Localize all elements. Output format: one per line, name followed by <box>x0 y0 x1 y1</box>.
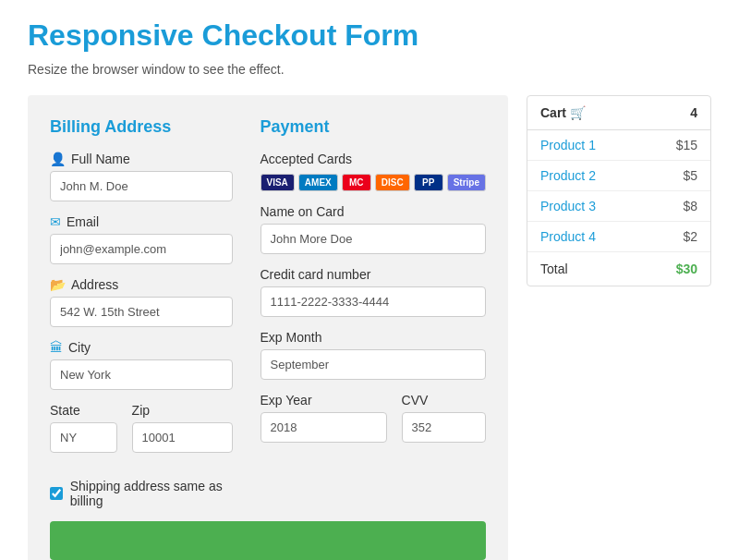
state-group: State <box>50 403 117 453</box>
cart-product-4-price: $2 <box>683 229 697 244</box>
address-icon: 📂 <box>50 277 66 292</box>
address-label: 📂 Address <box>50 277 233 292</box>
page-subtitle: Resize the browser window to see the eff… <box>28 62 711 77</box>
cart-header-label: Cart 🛒 <box>540 105 586 120</box>
exp-year-input[interactable] <box>260 412 387 443</box>
exp-cvv-row: Exp Year CVV <box>260 393 487 456</box>
city-label: 🏛 City <box>50 340 233 355</box>
submit-bar[interactable] <box>50 521 486 560</box>
address-input[interactable] <box>50 297 233 327</box>
cart-header: Cart 🛒 4 <box>527 96 710 130</box>
cart-item-4: Product 4 $2 <box>527 222 710 252</box>
state-input[interactable] <box>50 422 117 453</box>
name-on-card-label: Name on Card <box>260 204 487 219</box>
mastercard-icon: MC <box>342 174 371 191</box>
cart-item-count: 4 <box>690 105 697 120</box>
state-zip-row: State Zip <box>50 403 233 466</box>
person-icon: 👤 <box>50 152 66 166</box>
state-label: State <box>50 403 117 418</box>
main-layout: Billing Address 👤 Full Name ✉ Email <box>28 95 711 560</box>
shipping-checkbox-label: Shipping address same as billing <box>70 479 233 508</box>
cart-total-label: Total <box>540 262 568 276</box>
billing-column: Billing Address 👤 Full Name ✉ Email <box>50 117 233 508</box>
city-input[interactable] <box>50 359 233 390</box>
credit-card-group: Credit card number <box>260 267 487 317</box>
cart-product-3-name[interactable]: Product 3 <box>540 199 596 213</box>
fullname-group: 👤 Full Name <box>50 152 233 201</box>
cart-sidebar: Cart 🛒 4 Product 1 $15 Product 2 $5 Prod… <box>527 95 711 286</box>
email-input[interactable] <box>50 234 233 264</box>
payment-section-title: Payment <box>260 117 487 137</box>
zip-input[interactable] <box>132 422 233 453</box>
cart-product-1-price: $15 <box>676 138 697 152</box>
cvv-input[interactable] <box>402 412 486 443</box>
exp-month-label: Exp Month <box>260 330 487 345</box>
cart-product-4-name[interactable]: Product 4 <box>540 229 596 244</box>
cart-product-1-name[interactable]: Product 1 <box>540 138 596 152</box>
email-icon: ✉ <box>50 214 61 229</box>
cart-item-1: Product 1 $15 <box>527 130 710 161</box>
amex-icon: AMEX <box>298 174 338 191</box>
city-group: 🏛 City <box>50 340 233 390</box>
cvv-label: CVV <box>402 393 486 408</box>
visa-icon: VISA <box>260 174 295 191</box>
name-on-card-input[interactable] <box>260 224 487 254</box>
cart-item-2: Product 2 $5 <box>527 161 710 191</box>
shipping-checkbox[interactable] <box>50 486 63 501</box>
cart-item-3: Product 3 $8 <box>527 191 710 222</box>
payment-column: Payment Accepted Cards VISA AMEX MC DISC… <box>260 117 487 508</box>
cvv-group: CVV <box>402 393 486 443</box>
email-group: ✉ Email <box>50 214 233 264</box>
cart-product-2-name[interactable]: Product 2 <box>540 168 596 183</box>
cart-total-value: $30 <box>676 262 697 276</box>
shipping-checkbox-row: Shipping address same as billing <box>50 479 233 508</box>
cart-icon: 🛒 <box>570 105 586 120</box>
fullname-input[interactable] <box>50 171 233 201</box>
zip-group: Zip <box>132 403 233 453</box>
page-title: Responsive Checkout Form <box>28 18 711 53</box>
credit-card-label: Credit card number <box>260 267 487 282</box>
form-container: Billing Address 👤 Full Name ✉ Email <box>28 95 508 560</box>
cart-total-row: Total $30 <box>527 252 710 286</box>
card-icons: VISA AMEX MC DISC PP Stripe <box>260 174 487 191</box>
exp-year-group: Exp Year <box>260 393 387 443</box>
zip-label: Zip <box>132 403 233 418</box>
city-icon: 🏛 <box>50 340 63 355</box>
email-label: ✉ Email <box>50 214 233 229</box>
cart-product-2-price: $5 <box>683 168 697 183</box>
name-on-card-group: Name on Card <box>260 204 487 254</box>
exp-month-group: Exp Month <box>260 330 487 380</box>
fullname-label: 👤 Full Name <box>50 152 233 166</box>
discover-icon: DISC <box>375 174 410 191</box>
exp-year-label: Exp Year <box>260 393 387 408</box>
stripe-icon: Stripe <box>447 174 486 191</box>
address-group: 📂 Address <box>50 277 233 327</box>
accepted-cards-group: Accepted Cards VISA AMEX MC DISC PP Stri… <box>260 152 487 191</box>
exp-month-input[interactable] <box>260 349 487 380</box>
credit-card-input[interactable] <box>260 286 487 317</box>
form-columns: Billing Address 👤 Full Name ✉ Email <box>50 117 486 508</box>
paypal-icon: PP <box>414 174 443 191</box>
billing-section-title: Billing Address <box>50 117 233 137</box>
accepted-cards-label: Accepted Cards <box>260 152 487 166</box>
cart-product-3-price: $8 <box>683 199 697 213</box>
